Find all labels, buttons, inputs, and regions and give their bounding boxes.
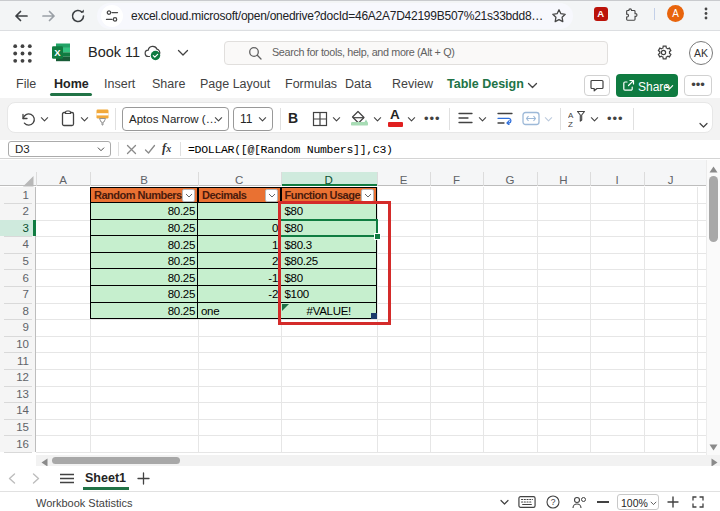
- svg-text:X: X: [54, 47, 61, 58]
- svg-text:?: ?: [551, 497, 556, 507]
- svg-text:Z: Z: [568, 120, 573, 128]
